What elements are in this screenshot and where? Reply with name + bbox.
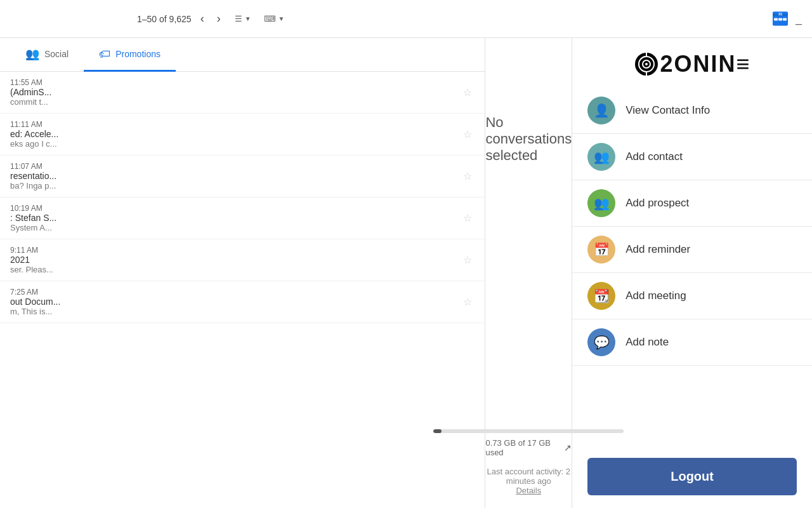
list-view-button[interactable]: ☰ ▼ <box>230 10 256 27</box>
svg-rect-3 <box>774 18 778 20</box>
last-activity-text: Last account activity: 2 minutes ago <box>487 467 571 486</box>
storage-text: 0.73 GB of 17 GB used ↗ <box>485 438 572 457</box>
social-tab-label: Social <box>44 49 69 59</box>
menu-label-add-contact: Add contact <box>625 150 683 163</box>
menu-icon-add-reminder: 📅 <box>587 236 615 264</box>
external-link-icon[interactable]: ↗ <box>564 443 572 453</box>
email-item[interactable]: 11:07 AM resentatio... ba? Inga p... ☆ <box>0 156 485 197</box>
email-meta: 11:55 AM (AdminS... commit t... <box>10 78 455 107</box>
svg-rect-5 <box>783 18 787 20</box>
details-link[interactable]: Details <box>485 486 572 495</box>
email-meta: 11:11 AM ed: Accele... eks ago I c... <box>10 120 455 149</box>
menu-label-add-prospect: Add prospect <box>625 197 689 210</box>
menu-item-add-reminder[interactable]: 📅 Add reminder <box>572 227 812 273</box>
promotions-icon: 🏷 <box>99 48 110 61</box>
last-activity-section: Last account activity: 2 minutes ago Det… <box>485 467 572 495</box>
email-list: 11:55 AM (AdminS... commit t... ☆ 11:11 … <box>0 72 485 508</box>
storage-bar-container: 0.73 GB of 17 GB used ↗ <box>485 429 572 457</box>
email-header-row: 10:19 AM <box>10 204 455 213</box>
prev-page-button[interactable]: ‹ <box>197 8 208 29</box>
email-time: 10:19 AM <box>10 204 43 213</box>
message-view: No conversations selected 0.73 GB of 17 … <box>485 38 572 508</box>
email-header-row: 11:55 AM <box>10 78 455 87</box>
menu-item-add-meeting[interactable]: 📆 Add meeting <box>572 273 812 319</box>
email-time: 9:11 AM <box>10 246 38 255</box>
grid-view-button[interactable]: ⌨ ▼ <box>259 10 290 27</box>
email-time: 11:55 AM <box>10 78 43 87</box>
email-preview: commit t... <box>10 97 455 107</box>
toolbar-icons: ☰ ▼ ⌨ ▼ <box>230 10 290 27</box>
sidebar-menu: 👤 View Contact Info 👥 Add contact 👥 Add … <box>572 88 812 445</box>
next-page-button[interactable]: › <box>213 8 225 29</box>
storage-bar-track <box>433 429 624 433</box>
social-icon: 👥 <box>25 47 39 61</box>
email-preview: eks ago I c... <box>10 139 455 149</box>
star-button[interactable]: ☆ <box>461 84 475 101</box>
email-item[interactable]: 7:25 AM out Docum... m, This is... ☆ <box>0 281 485 323</box>
star-button[interactable]: ☆ <box>461 168 475 185</box>
email-preview: System A... <box>10 223 455 232</box>
svg-point-10 <box>645 63 648 65</box>
calendar-icon: 31 <box>771 9 789 27</box>
svg-rect-4 <box>778 18 782 20</box>
list-icon: ☰ <box>235 14 242 23</box>
toolbar-right: 31 – <box>768 5 802 32</box>
email-sender: : Stefan S... <box>10 213 455 223</box>
menu-icon-view-contact-info: 👤 <box>587 97 615 124</box>
email-sender: ed: Accele... <box>10 129 455 139</box>
email-preview: ba? Inga p... <box>10 181 455 190</box>
star-button[interactable]: ☆ <box>461 251 475 269</box>
star-button[interactable]: ☆ <box>461 210 475 227</box>
calendar-icon-button[interactable]: 31 <box>768 5 793 32</box>
email-preview: ser. Pleas... <box>10 265 455 274</box>
menu-icon-add-note: 💬 <box>587 328 615 356</box>
email-meta: 9:11 AM 2021 ser. Pleas... <box>10 246 455 274</box>
grid-icon: ⌨ <box>264 14 276 23</box>
logo-text: 2ONIN≡ <box>634 51 751 77</box>
email-time: 11:11 AM <box>10 120 43 129</box>
menu-item-add-prospect[interactable]: 👥 Add prospect <box>572 180 812 227</box>
category-tabs: 👥 Social 🏷 Promotions <box>0 38 485 72</box>
menu-item-view-contact-info[interactable]: 👤 View Contact Info <box>572 88 812 134</box>
menu-icon-add-contact: 👥 <box>587 143 615 171</box>
sidebar: 2ONIN≡ 👤 View Contact Info 👥 Add contact… <box>572 38 812 508</box>
main-content: 👥 Social 🏷 Promotions 11:55 AM (AdminS..… <box>0 38 812 508</box>
promotions-tab-label: Promotions <box>115 49 160 59</box>
email-sender: 2021 <box>10 255 455 265</box>
pagination-text: 1–50 of 9,625 <box>137 14 192 24</box>
sidebar-logo: 2ONIN≡ <box>572 38 812 88</box>
email-item[interactable]: 11:11 AM ed: Accele... eks ago I c... ☆ <box>0 114 485 156</box>
email-preview: m, This is... <box>10 307 455 316</box>
email-item[interactable]: 11:55 AM (AdminS... commit t... ☆ <box>0 72 485 114</box>
logout-button[interactable]: Logout <box>587 458 797 495</box>
top-toolbar: 1–50 of 9,625 ‹ › ☰ ▼ ⌨ ▼ 31 <box>0 0 812 38</box>
menu-label-add-note: Add note <box>625 336 669 349</box>
email-time: 11:07 AM <box>10 162 43 171</box>
email-meta: 7:25 AM out Docum... m, This is... <box>10 288 455 316</box>
email-item[interactable]: 10:19 AM : Stefan S... System A... ☆ <box>0 197 485 239</box>
minimize-button[interactable]: – <box>796 17 802 30</box>
menu-icon-add-prospect: 👥 <box>587 189 615 217</box>
email-sender: (AdminS... <box>10 87 455 97</box>
svg-text:31: 31 <box>778 11 782 15</box>
email-item[interactable]: 9:11 AM 2021 ser. Pleas... ☆ <box>0 239 485 281</box>
menu-label-add-reminder: Add reminder <box>625 243 690 256</box>
email-header-row: 7:25 AM <box>10 288 455 297</box>
email-panel: 👥 Social 🏷 Promotions 11:55 AM (AdminS..… <box>0 38 485 508</box>
menu-item-add-note[interactable]: 💬 Add note <box>572 319 812 366</box>
menu-label-view-contact-info: View Contact Info <box>625 104 710 117</box>
email-header-row: 9:11 AM <box>10 246 455 255</box>
logo-label: 2ONIN≡ <box>660 51 751 77</box>
menu-label-add-meeting: Add meeting <box>625 290 686 302</box>
grid-dropdown-arrow: ▼ <box>278 15 285 22</box>
menu-item-add-contact[interactable]: 👥 Add contact <box>572 134 812 180</box>
storage-bar-fill <box>433 429 442 433</box>
tab-promotions[interactable]: 🏷 Promotions <box>84 38 176 72</box>
email-header-row: 11:11 AM <box>10 120 455 129</box>
star-button[interactable]: ☆ <box>461 293 475 311</box>
star-button[interactable]: ☆ <box>461 126 475 143</box>
email-sender: out Docum... <box>10 297 455 307</box>
no-conversations-text: No conversations selected <box>485 114 572 164</box>
tab-social[interactable]: 👥 Social <box>10 38 84 72</box>
email-meta: 10:19 AM : Stefan S... System A... <box>10 204 455 232</box>
